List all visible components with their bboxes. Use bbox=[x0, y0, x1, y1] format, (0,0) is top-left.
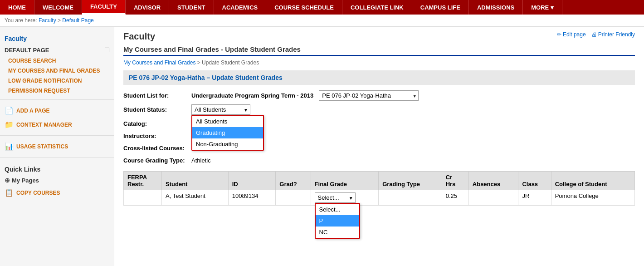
nav-course-schedule[interactable]: COURSE SCHEDULE bbox=[266, 0, 342, 15]
inline-breadcrumb-separator: > Update Student Grades bbox=[197, 59, 259, 66]
edit-page-link[interactable]: ✏ Edit page bbox=[557, 31, 586, 38]
col-college: College of Student bbox=[551, 172, 634, 190]
main-layout: Faculty DEFAULT PAGE □ COURSE SEARCH MY … bbox=[0, 27, 644, 266]
sidebar: Faculty DEFAULT PAGE □ COURSE SEARCH MY … bbox=[0, 27, 114, 266]
sidebar-my-pages[interactable]: ⊕ My Pages bbox=[0, 175, 114, 186]
cross-listed-label: Cross-listed Courses: bbox=[123, 143, 191, 152]
sidebar-usage-statistics[interactable]: 📊 USAGE STATISTICS bbox=[0, 139, 114, 153]
student-status-arrow: ▼ bbox=[244, 107, 248, 112]
sidebar-add-page[interactable]: 📄 ADD A PAGE bbox=[0, 103, 114, 118]
cell-absences bbox=[468, 190, 518, 206]
col-absences: Absences bbox=[468, 172, 518, 190]
nav-collegiate-link[interactable]: COLLEGIATE LINK bbox=[342, 0, 412, 15]
col-cr-hrs: CrHrs bbox=[442, 172, 468, 190]
nav-faculty[interactable]: FACULTY bbox=[82, 0, 126, 15]
sidebar-item-course-search[interactable]: COURSE SEARCH bbox=[0, 56, 114, 66]
add-page-icon: 📄 bbox=[5, 106, 14, 115]
nav-student[interactable]: STUDENT bbox=[169, 0, 214, 15]
student-status-label: Student Status: bbox=[123, 104, 191, 113]
sidebar-item-my-courses[interactable]: MY COURSES AND FINAL GRADES bbox=[0, 66, 114, 76]
sidebar-divider-1 bbox=[0, 99, 114, 100]
cell-grading-type bbox=[379, 190, 442, 206]
grade-dropdown[interactable]: Select... ▼ Select... P NC bbox=[315, 192, 375, 203]
student-list-label: Student List for: bbox=[123, 90, 191, 99]
cell-college: Pomona College bbox=[551, 190, 634, 206]
printer-icon: 🖨 bbox=[591, 31, 597, 38]
cell-student: A, Test Student bbox=[162, 190, 229, 206]
content-area: Faculty ✏ Edit page 🖨 Printer Friendly M… bbox=[114, 27, 644, 266]
sidebar-item-low-grade[interactable]: LOW GRADE NOTIFICATION bbox=[0, 76, 114, 86]
nav-academics[interactable]: ACADEMICS bbox=[214, 0, 267, 15]
nav-home[interactable]: HOME bbox=[0, 0, 34, 15]
student-status-selected: All Students bbox=[195, 106, 226, 113]
status-option-non-graduating[interactable]: Non-Graduating bbox=[192, 138, 263, 150]
course-code: PE 076 JP-02 Yoga-Hatha bbox=[129, 74, 205, 81]
student-status-menu: All Students Graduating Non-Graduating bbox=[191, 115, 264, 151]
sidebar-default-page[interactable]: DEFAULT PAGE □ bbox=[0, 44, 114, 56]
cell-cr-hrs: 0.25 bbox=[442, 190, 468, 206]
status-option-graduating[interactable]: Graduating bbox=[192, 127, 263, 138]
cell-grad bbox=[276, 190, 311, 206]
cell-id: 10089134 bbox=[228, 190, 276, 206]
cell-ferpa bbox=[124, 190, 162, 206]
table-row: A, Test Student 10089134 Select... ▼ Sel… bbox=[124, 190, 635, 206]
usage-stats-icon: 📊 bbox=[5, 142, 14, 151]
student-list-value: Undergraduate Program Spring Term - 2013 bbox=[191, 90, 313, 99]
sidebar-section-title: Faculty bbox=[0, 31, 114, 44]
inline-breadcrumb: My Courses and Final Grades > Update Stu… bbox=[123, 59, 635, 66]
breadcrumb-faculty[interactable]: Faculty bbox=[39, 17, 56, 24]
sidebar-divider-2 bbox=[0, 135, 114, 136]
course-select-wrapper: PE 076 JP-02 Yoga-Hatha ▼ bbox=[319, 90, 419, 101]
page-title: Faculty bbox=[123, 31, 155, 42]
student-status-btn[interactable]: All Students ▼ bbox=[191, 104, 250, 115]
nav-advisor[interactable]: ADVISOR bbox=[126, 0, 169, 15]
edit-icon: ✏ bbox=[557, 31, 561, 38]
course-select-container: PE 076 JP-02 Yoga-Hatha ▼ bbox=[319, 90, 419, 101]
top-navigation: HOME WELCOME FACULTY ADVISOR STUDENT ACA… bbox=[0, 0, 644, 15]
col-ferpa: FERPARestr. bbox=[124, 172, 162, 190]
breadcrumb-prefix: You are here: bbox=[5, 17, 37, 24]
printer-friendly-link[interactable]: 🖨 Printer Friendly bbox=[591, 31, 635, 38]
grade-dropdown-btn[interactable]: Select... ▼ bbox=[315, 192, 356, 203]
instructors-label: Instructors: bbox=[123, 131, 191, 139]
inline-breadcrumb-link[interactable]: My Courses and Final Grades bbox=[123, 59, 195, 66]
grading-type-row: Course Grading Type: Athletic bbox=[123, 155, 635, 164]
col-grading-type: Grading Type bbox=[379, 172, 442, 190]
sidebar-copy-courses[interactable]: 📋 COPY COURSES bbox=[0, 186, 114, 200]
grade-option-select[interactable]: Select... bbox=[316, 204, 359, 215]
grading-type-value: Athletic bbox=[191, 155, 211, 164]
table-header-row: FERPARestr. Student ID Grad? Final Grade… bbox=[124, 172, 635, 190]
content-header: Faculty ✏ Edit page 🖨 Printer Friendly bbox=[123, 31, 635, 42]
cell-class: JR bbox=[518, 190, 551, 206]
cell-final-grade[interactable]: Select... ▼ Select... P NC bbox=[311, 190, 379, 206]
breadcrumb: You are here: Faculty > Default Page bbox=[0, 15, 644, 27]
course-header-action: Update Student Grades bbox=[212, 74, 283, 81]
course-select[interactable]: PE 076 JP-02 Yoga-Hatha bbox=[319, 90, 419, 101]
col-grad: Grad? bbox=[276, 172, 311, 190]
page-actions: ✏ Edit page 🖨 Printer Friendly bbox=[557, 31, 635, 38]
nav-admissions[interactable]: ADMISSIONS bbox=[469, 0, 523, 15]
nav-campus-life[interactable]: CAMPUS LIFE bbox=[412, 0, 469, 15]
nav-more[interactable]: MORE ▾ bbox=[523, 0, 562, 15]
grade-arrow: ▼ bbox=[349, 195, 353, 200]
sidebar-item-permission[interactable]: PERMISSION REQUEST bbox=[0, 86, 114, 96]
student-list-row: Student List for: Undergraduate Program … bbox=[123, 90, 635, 101]
grade-selected-label: Select... bbox=[318, 194, 339, 201]
breadcrumb-default-page[interactable]: Default Page bbox=[62, 17, 93, 24]
grade-option-nc[interactable]: NC bbox=[316, 227, 359, 238]
sidebar-divider-3 bbox=[0, 157, 114, 158]
grade-option-p[interactable]: P bbox=[316, 215, 359, 227]
col-student: Student bbox=[162, 172, 229, 190]
grading-type-label: Course Grading Type: bbox=[123, 155, 191, 164]
course-header-separator: – bbox=[206, 74, 212, 81]
sidebar-context-manager[interactable]: 📁 CONTEXT MANAGER bbox=[0, 118, 114, 132]
expand-icon: ⊕ bbox=[5, 177, 10, 184]
status-option-all[interactable]: All Students bbox=[192, 116, 263, 127]
col-id: ID bbox=[228, 172, 276, 190]
student-status-row: Student Status: All Students ▼ All Stude… bbox=[123, 104, 635, 115]
col-class: Class bbox=[518, 172, 551, 190]
nav-welcome[interactable]: WELCOME bbox=[34, 0, 82, 15]
context-manager-icon: 📁 bbox=[5, 120, 14, 129]
student-status-dropdown[interactable]: All Students ▼ All Students Graduating N… bbox=[191, 104, 250, 115]
sidebar-quick-links-label: Quick Links bbox=[0, 161, 114, 175]
